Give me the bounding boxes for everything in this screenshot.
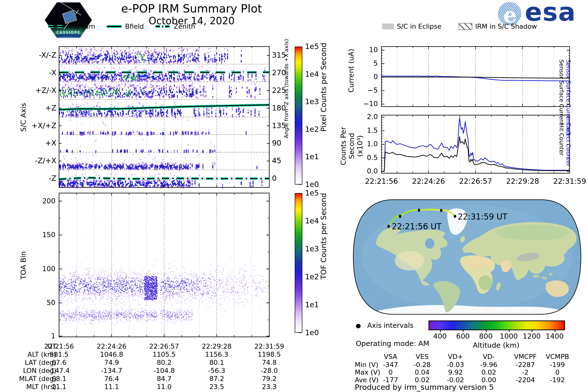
series-line bbox=[382, 118, 570, 172]
hit-counter-label: Hit Counter bbox=[558, 123, 565, 148]
toa-ytick: 50 bbox=[36, 299, 55, 307]
altitude-tickmark bbox=[440, 330, 441, 332]
angle-tick: 270 bbox=[272, 68, 289, 77]
track-dot bbox=[418, 209, 420, 212]
ephemeris-cell: 1156.3 bbox=[191, 350, 242, 358]
angle-tick: 90 bbox=[272, 139, 289, 147]
siberia bbox=[496, 225, 570, 240]
colorbar-tick: 1e5 bbox=[305, 189, 319, 197]
colorbar-tick: 1e4 bbox=[305, 70, 319, 78]
altitude-tick: 1200 bbox=[520, 332, 544, 340]
colorbar-tick: 1e3 bbox=[305, 97, 319, 106]
ephemeris-cell: 87.2 bbox=[191, 375, 242, 382]
voltage-cell: -192 bbox=[540, 376, 574, 384]
ephemeris-cell: -28.0 bbox=[244, 367, 295, 374]
sc-axis-row-label: -Z bbox=[30, 174, 56, 182]
ephemeris-cell: 11.1 bbox=[33, 383, 85, 390]
altitude-label: Altitude (km) bbox=[448, 341, 544, 349]
ephemeris-cell: 74.8 bbox=[244, 359, 295, 366]
colorbar-tick: 1e1 bbox=[305, 152, 319, 161]
spectrogram-band bbox=[80, 131, 196, 136]
ephemeris-cell: 84.7 bbox=[138, 375, 190, 382]
spectrogram-band bbox=[62, 84, 256, 99]
voltage-cell: 0.04 bbox=[405, 368, 439, 376]
sc-axis-row-label: -X bbox=[30, 68, 56, 77]
colorbar-tick: 1e0 bbox=[305, 180, 319, 189]
operating-mode: Operating mode: AM bbox=[356, 339, 429, 348]
ephemeris-cell: 22:26:57 bbox=[138, 342, 190, 350]
altitude-tick: 800 bbox=[474, 332, 498, 340]
ephemeris-cell: 79.2 bbox=[244, 375, 295, 382]
footer-version: Produced by irm_summary version 5 bbox=[355, 383, 494, 392]
ytick: −5 bbox=[357, 86, 378, 94]
ephemeris-cell: 80.2 bbox=[138, 359, 190, 366]
ephemeris-cell: 11.0 bbox=[138, 383, 190, 390]
toa-scatter bbox=[59, 276, 190, 300]
angle-tick: 180 bbox=[272, 104, 289, 112]
toa-ytick: 150 bbox=[36, 231, 55, 239]
angle-tick: 315 bbox=[272, 51, 289, 59]
ytick: 1.0 bbox=[357, 140, 378, 148]
cb1-colorbar bbox=[295, 46, 302, 184]
right-time-tick: 22:21:56 bbox=[356, 177, 407, 186]
ephemeris-cell: 76.4 bbox=[86, 375, 138, 382]
altitude-tick: 1000 bbox=[496, 332, 521, 340]
sc-axis-row-label: +Z bbox=[30, 104, 56, 112]
voltage-col-header: VSA bbox=[374, 353, 408, 360]
sc-axis-row-label: +Z/-X bbox=[30, 86, 56, 94]
right-time-tick: 22:24:26 bbox=[403, 177, 454, 186]
angle-axis-label: Angle from -Z axis (towards +X axis) bbox=[283, 94, 289, 138]
colorbar-tick: 1e0 bbox=[305, 328, 319, 337]
voltage-cell: -347 bbox=[374, 361, 408, 368]
toa-ylabel: TOA Bin bbox=[19, 250, 28, 281]
indonesia-1 bbox=[533, 275, 540, 278]
right-time-tick: 22:31:59 bbox=[544, 177, 588, 186]
colorbar-tick: 1e5 bbox=[305, 42, 319, 51]
spectrogram-band bbox=[60, 149, 203, 153]
track-dot bbox=[440, 209, 442, 212]
sc-axis-row-label: -X/-Z bbox=[30, 51, 56, 59]
voltage-col-header: VES bbox=[405, 353, 439, 360]
voltage-cell: 0.02 bbox=[472, 368, 506, 376]
ephemeris-cell: 1198.5 bbox=[244, 350, 295, 358]
ytick: −10 bbox=[357, 100, 378, 108]
altitude-tickmark bbox=[555, 330, 556, 332]
voltage-cell: -2 bbox=[508, 368, 542, 376]
altitude-tickmark bbox=[463, 330, 464, 332]
colorbar-tick: 1e2 bbox=[305, 272, 319, 281]
altitude-tickmark bbox=[532, 330, 532, 332]
voltage-cell: 0 bbox=[374, 368, 408, 376]
altitude-tickmark bbox=[509, 330, 510, 332]
toa-ytick: 200 bbox=[36, 197, 55, 205]
ytick: 0.0 bbox=[357, 167, 378, 175]
hudson-bay bbox=[425, 238, 434, 249]
colorbar-tick: 1e2 bbox=[305, 125, 319, 134]
ephemeris-cell: 981.5 bbox=[33, 350, 85, 358]
voltage-col-header: VMCPF bbox=[508, 353, 542, 360]
altitude-tick: 400 bbox=[428, 332, 452, 340]
angle-tick: 225 bbox=[272, 86, 289, 94]
ephemeris-cell: 67.6 bbox=[33, 359, 85, 366]
track-dot bbox=[399, 215, 401, 218]
altitude-colorbar bbox=[428, 320, 565, 330]
voltage-col-header: VD+ bbox=[438, 353, 472, 360]
track-end-label: 22:31:59 UT bbox=[458, 212, 508, 222]
sahara bbox=[463, 256, 493, 268]
spectrogram-band bbox=[138, 56, 139, 58]
ephemeris-cell: -134.7 bbox=[86, 367, 138, 374]
right-time-tick: 22:29:28 bbox=[497, 177, 548, 186]
axis-intervals-legend: ● Axis intervals bbox=[356, 322, 413, 330]
ytick: 5 bbox=[357, 59, 378, 68]
voltage-cell: -199 bbox=[540, 361, 574, 368]
cb2-colorbar bbox=[295, 193, 302, 333]
ephemeris-cell: 23.3 bbox=[244, 383, 295, 390]
angle-tick: 135 bbox=[272, 121, 289, 130]
map-art: 22:21:56 UT 22:31:59 UT bbox=[352, 198, 582, 316]
us-plains bbox=[395, 251, 424, 270]
voltage-cell: -2287 bbox=[508, 361, 542, 368]
right-time-tick: 22:26:57 bbox=[450, 177, 501, 186]
sensor-current-label: Sensor Surface Current bbox=[558, 60, 565, 84]
ephemeris-cell: 22:31:59 bbox=[244, 342, 295, 350]
ytick: 0 bbox=[357, 73, 378, 81]
ephemeris-cell: 23.5 bbox=[191, 383, 242, 390]
